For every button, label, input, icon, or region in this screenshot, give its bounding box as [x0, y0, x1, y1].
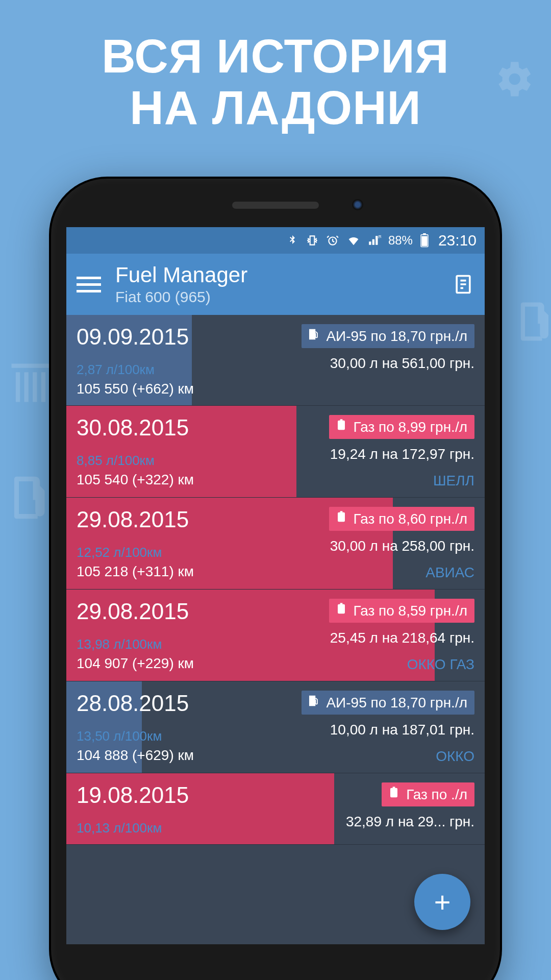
app-title-block: Fuel Manager Fiat 600 (965): [115, 263, 452, 306]
entry-odometer: 105 218 (+311) км: [77, 564, 194, 580]
promo-headline: ВСЯ ИСТОРИЯ НА ЛАДОНИ: [0, 0, 551, 134]
entry-date: 29.08.2015: [77, 507, 194, 532]
menu-button[interactable]: [77, 277, 101, 292]
entry-consumption: 2,87 л/100км: [77, 362, 194, 378]
entry-station: ОККО: [302, 748, 474, 765]
entry-station: АВИАС: [329, 565, 474, 581]
battery-icon: [420, 233, 429, 248]
entry-odometer: 104 888 (+629) км: [77, 747, 194, 764]
svg-rect-15: [311, 697, 314, 700]
fuel-entry[interactable]: 09.09.20152,87 л/100км105 550 (+662) кмА…: [66, 315, 485, 406]
fuel-can-icon: [334, 418, 348, 436]
fuel-tag: Газ по ./л: [382, 782, 474, 806]
svg-rect-17: [393, 787, 395, 789]
svg-rect-9: [340, 419, 342, 421]
fuel-can-icon: [307, 694, 321, 712]
fuel-label: Газ по 8,99 грн./л: [354, 419, 467, 435]
bluetooth-icon: [286, 234, 298, 247]
battery-percent: 88%: [388, 233, 413, 248]
entry-amounts: 25,45 л на 218,64 грн.: [329, 630, 474, 646]
vibrate-icon: [306, 234, 319, 247]
summary-button[interactable]: [452, 273, 474, 296]
entry-amounts: 32,89 л на 29... грн.: [346, 814, 474, 830]
phone-screen: R 88% 23:10 Fuel Manager Fiat 600 (965) …: [66, 227, 485, 944]
app-subtitle: Fiat 600 (965): [115, 288, 452, 306]
signal-icon: R: [368, 234, 381, 247]
entry-amounts: 19,24 л на 172,97 грн.: [329, 446, 474, 462]
entry-amounts: 30,00 л на 258,00 грн.: [329, 538, 474, 554]
svg-rect-11: [340, 511, 342, 513]
entry-odometer: 104 907 (+229) км: [77, 655, 194, 672]
fuel-entry[interactable]: 30.08.20158,85 л/100км105 540 (+322) кмГ…: [66, 406, 485, 498]
fuel-can-icon: [307, 327, 321, 345]
entry-date: 09.09.2015: [77, 324, 194, 350]
entry-date: 19.08.2015: [77, 782, 189, 808]
wifi-icon: [346, 233, 361, 248]
fuel-entry[interactable]: 19.08.201510,13 л/100кмГаз по ./л32,89 л…: [66, 773, 485, 845]
fuel-label: Газ по 8,60 грн./л: [354, 511, 467, 527]
entry-consumption: 13,50 л/100км: [77, 728, 194, 744]
entry-odometer: 105 540 (+322) км: [77, 472, 194, 488]
entry-station: ОККО ГАЗ: [329, 656, 474, 673]
status-clock: 23:10: [438, 232, 477, 249]
fuel-tag: Газ по 8,59 грн./л: [329, 599, 474, 623]
entry-station: ШЕЛЛ: [329, 473, 474, 489]
fuel-entry[interactable]: 29.08.201512,52 л/100км105 218 (+311) км…: [66, 498, 485, 590]
entry-amounts: 30,00 л на 561,00 грн.: [302, 355, 474, 372]
fuel-tag: АИ-95 по 18,70 грн./л: [302, 324, 474, 348]
svg-rect-13: [340, 603, 342, 605]
entry-date: 29.08.2015: [77, 599, 194, 624]
fuel-label: Газ по ./л: [406, 787, 467, 803]
entry-consumption: 10,13 л/100км: [77, 820, 189, 836]
entries-list[interactable]: 09.09.20152,87 л/100км105 550 (+662) кмА…: [66, 315, 485, 944]
fuel-entry[interactable]: 28.08.201513,50 л/100км104 888 (+629) км…: [66, 681, 485, 773]
fuel-label: Газ по 8,59 грн./л: [354, 603, 467, 619]
fuel-can-icon: [387, 786, 401, 803]
app-bar: Fuel Manager Fiat 600 (965): [66, 254, 485, 315]
fuel-can-icon: [334, 510, 348, 528]
svg-rect-4: [421, 236, 427, 247]
plus-icon: +: [434, 886, 451, 919]
fuel-label: АИ-95 по 18,70 грн./л: [326, 695, 467, 711]
entry-consumption: 8,85 л/100км: [77, 453, 194, 469]
entry-consumption: 12,52 л/100км: [77, 545, 194, 560]
svg-rect-3: [423, 233, 426, 235]
entry-odometer: 105 550 (+662) км: [77, 381, 194, 397]
fuel-tag: АИ-95 по 18,70 грн./л: [302, 691, 474, 715]
entry-date: 28.08.2015: [77, 691, 194, 716]
status-bar: R 88% 23:10: [66, 227, 485, 254]
add-fab[interactable]: +: [414, 874, 470, 930]
app-title: Fuel Manager: [115, 263, 452, 287]
entry-consumption: 13,98 л/100км: [77, 636, 194, 652]
phone-frame: R 88% 23:10 Fuel Manager Fiat 600 (965) …: [51, 179, 500, 980]
svg-rect-7: [311, 331, 314, 333]
fuel-entry[interactable]: 29.08.201513,98 л/100км104 907 (+229) км…: [66, 590, 485, 681]
entry-date: 30.08.2015: [77, 415, 194, 440]
alarm-icon: [326, 234, 339, 247]
fuel-can-icon: [334, 602, 348, 620]
fuel-tag: Газ по 8,60 грн./л: [329, 507, 474, 531]
svg-text:R: R: [378, 234, 381, 239]
entry-amounts: 10,00 л на 187,01 грн.: [302, 722, 474, 738]
fuel-tag: Газ по 8,99 грн./л: [329, 415, 474, 439]
fuel-label: АИ-95 по 18,70 грн./л: [326, 328, 467, 345]
